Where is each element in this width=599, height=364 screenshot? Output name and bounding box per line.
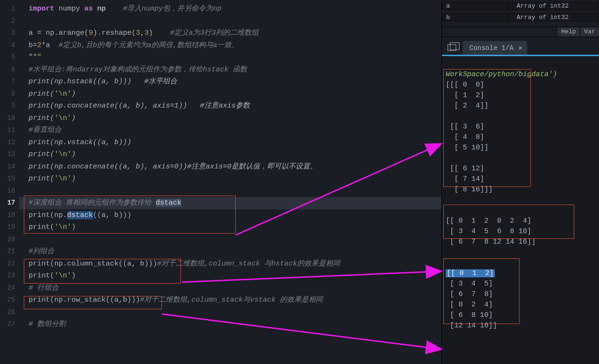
code-line[interactable]: print(np.row_stack((a,b)))#对于二维数组,column… <box>19 294 441 306</box>
console-output-highlight: [[ 0 1 2] <box>446 269 495 277</box>
code-line[interactable]: b=2*a #定义b,且b的每个元素均为a的两倍,数组结构与a一致。 <box>19 39 441 52</box>
code-line[interactable]: """ <box>19 51 441 64</box>
line-number: 7 <box>0 76 15 88</box>
line-number: 27 <box>0 318 15 331</box>
variable-row[interactable]: b Array of int32 <box>442 11 599 23</box>
code-line[interactable]: #垂直组合 <box>19 124 441 137</box>
code-line[interactable]: print(np.dstack((a, b))) <box>19 209 441 222</box>
line-number: 4 <box>0 39 15 52</box>
line-number: 25 <box>0 294 15 306</box>
restore-window-icon[interactable] <box>448 44 456 51</box>
code-line[interactable] <box>19 234 441 246</box>
code-editor[interactable]: import numpy as np #导入numpy包，并另命令为np a =… <box>19 0 441 364</box>
line-number: 22 <box>0 258 15 270</box>
code-line[interactable]: # 行组合 <box>19 282 441 295</box>
variable-type: Array of int32 <box>509 2 599 10</box>
line-number: 3 <box>0 27 15 39</box>
console-output-block-2: [[ 0 1 2 0 2 4] [ 3 4 5 6 8 10] [ 6 7 8 … <box>446 217 536 246</box>
code-line[interactable]: print('\n') <box>19 270 441 282</box>
line-number: 2 <box>0 15 15 28</box>
tab-variables[interactable]: Var <box>580 27 599 37</box>
code-line[interactable]: print('\n') <box>19 221 441 234</box>
line-number: 15 <box>0 173 15 185</box>
variable-name: b <box>442 13 509 21</box>
code-line[interactable] <box>19 15 441 28</box>
code-line[interactable]: print('\n') <box>19 112 441 125</box>
variable-explorer[interactable]: a Array of int32 b Array of int32 <box>442 0 599 27</box>
code-line[interactable]: print(np.concatenate((a, b), axis=0))#注意… <box>19 161 441 173</box>
line-number: 8 <box>0 88 15 100</box>
editor-pane: 1 2 3 4 5 6 7 8 9 10 11 12 13 14 15 16 1… <box>0 0 442 364</box>
console-tabbar: Console 1/A ✕ <box>442 37 599 56</box>
line-number: 5 <box>0 51 15 64</box>
line-number: 6 <box>0 64 15 76</box>
line-number: 14 <box>0 161 15 173</box>
console-output-block-1: [[[ 0 0] [ 1 2] [ 2 4]] [[ 3 6] [ 4 8] [… <box>446 81 493 194</box>
code-line[interactable] <box>19 306 441 319</box>
code-line[interactable]: print(np.concatenate((a, b), axis=1)) #注… <box>19 100 441 112</box>
code-line[interactable]: print(np.hstack((a, b))) #水平组合 <box>19 76 441 88</box>
variable-name: a <box>442 2 509 10</box>
code-line[interactable] <box>19 185 441 197</box>
code-line[interactable]: print('\n') <box>19 148 441 161</box>
console-path: WorkSpace/python/bigdata') <box>446 70 557 79</box>
line-number: 12 <box>0 137 15 149</box>
console-output-block-3: [ 3 4 5] [ 6 7 8] [ 0 2 4] [ 6 8 10] [12… <box>446 280 497 330</box>
line-number: 13 <box>0 148 15 161</box>
line-number: 16 <box>0 185 15 197</box>
right-pane: a Array of int32 b Array of int32 Help V… <box>442 0 599 364</box>
line-number: 23 <box>0 270 15 282</box>
variable-type: Array of int32 <box>509 13 599 21</box>
code-line[interactable]: #列组合 <box>19 246 441 258</box>
close-icon[interactable]: ✕ <box>518 44 522 52</box>
code-line[interactable]: print('\n') <box>19 173 441 185</box>
console-tab[interactable]: Console 1/A ✕ <box>463 41 527 55</box>
code-line[interactable]: a = np.arange(9).reshape(3,3) #定义a为3行3列的… <box>19 27 441 39</box>
code-line-current[interactable]: #深度组合 将相同的元组作为参数传给 dstack <box>19 197 441 209</box>
console-tab-label: Console 1/A <box>469 44 513 52</box>
code-line[interactable]: # 数组分割 <box>19 318 441 331</box>
line-number: 9 <box>0 100 15 112</box>
line-number-current: 17 <box>0 197 15 209</box>
tab-help[interactable]: Help <box>557 27 579 37</box>
line-number: 21 <box>0 246 15 258</box>
code-line[interactable]: print('\n') <box>19 88 441 100</box>
variable-row[interactable]: a Array of int32 <box>442 0 599 11</box>
console-output[interactable]: WorkSpace/python/bigdata') [[[ 0 0] [ 1 … <box>442 56 599 364</box>
code-line[interactable]: #水平组合:将ndarray对象构成的元组作为参数，传给hstack 函数 <box>19 64 441 76</box>
line-number: 10 <box>0 112 15 125</box>
line-number: 20 <box>0 234 15 246</box>
line-number: 26 <box>0 306 15 319</box>
code-line[interactable]: print(np.column_stack((a, b)))#对于二维数组,co… <box>19 258 441 270</box>
line-number: 11 <box>0 124 15 137</box>
highlight-word: dstack <box>67 211 93 219</box>
code-line[interactable]: import numpy as np #导入numpy包，并另命令为np <box>19 3 441 15</box>
line-number-gutter: 1 2 3 4 5 6 7 8 9 10 11 12 13 14 15 16 1… <box>0 0 19 364</box>
line-number: 1 <box>0 3 15 15</box>
code-line[interactable]: print(np.vstack((a, b))) <box>19 137 441 149</box>
line-number: 24 <box>0 282 15 295</box>
side-tabs: Help Var <box>442 27 599 37</box>
selection: dstack <box>156 199 181 207</box>
line-number: 19 <box>0 221 15 234</box>
line-number: 18 <box>0 209 15 222</box>
